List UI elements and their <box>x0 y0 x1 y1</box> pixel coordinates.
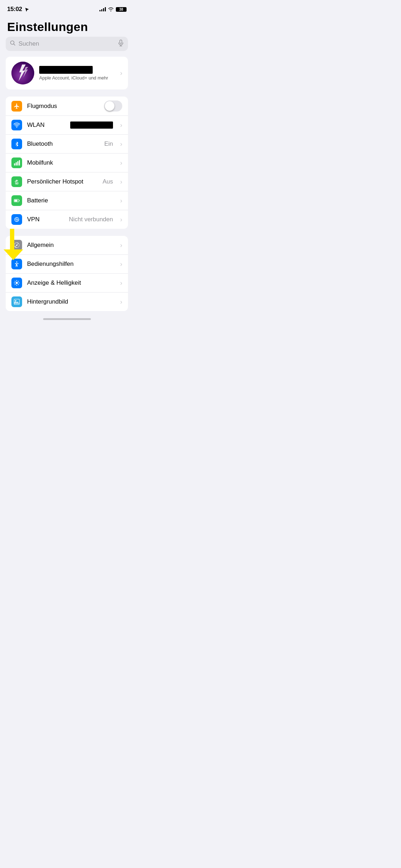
svg-rect-9 <box>17 161 19 166</box>
svg-rect-2 <box>120 40 122 43</box>
mobilfunk-row[interactable]: Mobilfunk › <box>6 153 128 172</box>
flugmodus-row[interactable]: Flugmodus <box>6 97 128 115</box>
status-bar: 15:02 38 <box>0 0 134 16</box>
avatar <box>11 62 34 84</box>
bluetooth-row[interactable]: Bluetooth Ein › <box>6 134 128 153</box>
svg-point-32 <box>15 300 16 301</box>
vpn-icon <box>11 214 22 225</box>
system-group: Allgemein › Bedienungshilfen › <box>6 236 128 311</box>
home-indicator <box>43 318 91 320</box>
search-icon <box>10 40 16 47</box>
vpn-label: VPN <box>27 216 64 223</box>
svg-rect-10 <box>19 160 20 166</box>
wifi-status-icon <box>108 7 114 11</box>
hotspot-icon <box>11 176 22 187</box>
profile-name-redacted <box>39 66 93 74</box>
svg-point-13 <box>16 180 17 181</box>
hotspot-row[interactable]: Persönlicher Hotspot Aus › <box>6 172 128 191</box>
search-bar[interactable]: Suchen <box>6 37 128 51</box>
flugmodus-toggle[interactable] <box>104 100 122 112</box>
wlan-label: WLAN <box>27 122 65 129</box>
search-placeholder: Suchen <box>19 40 115 47</box>
wlan-value-redacted <box>70 122 113 129</box>
status-icons: 38 <box>99 7 127 12</box>
anzeige-icon <box>11 278 22 288</box>
hotspot-label: Persönlicher Hotspot <box>27 178 98 185</box>
bluetooth-chevron-icon: › <box>120 140 122 148</box>
batterie-icon <box>11 195 22 206</box>
svg-line-30 <box>15 284 16 285</box>
anzeige-chevron-icon: › <box>120 279 122 287</box>
svg-point-22 <box>16 282 18 284</box>
connectivity-group: Flugmodus WLAN › Bluetooth Ein › <box>6 97 128 229</box>
wlan-icon <box>11 120 22 130</box>
batterie-label: Batterie <box>27 197 115 204</box>
bluetooth-label: Bluetooth <box>27 140 99 148</box>
svg-line-27 <box>15 281 16 282</box>
wlan-chevron-icon: › <box>120 122 122 129</box>
svg-point-21 <box>16 262 17 263</box>
anzeige-label: Anzeige & Helligkeit <box>27 279 115 286</box>
bluetooth-icon <box>11 139 22 149</box>
mobilfunk-chevron-icon: › <box>120 159 122 167</box>
hintergrundbild-chevron-icon: › <box>120 298 122 306</box>
vpn-chevron-icon: › <box>120 216 122 223</box>
svg-rect-8 <box>16 162 17 166</box>
hintergrundbild-icon <box>11 296 22 307</box>
allgemein-chevron-icon: › <box>120 242 122 249</box>
hotspot-value: Aus <box>103 178 113 185</box>
vpn-value: Nicht verbunden <box>69 216 113 223</box>
bedienungshilfen-chevron-icon: › <box>120 260 122 268</box>
bedienungshilfen-row[interactable]: Bedienungshilfen › <box>6 254 128 273</box>
mobilfunk-icon <box>11 157 22 168</box>
profile-row[interactable]: Apple Account, iCloud+ und mehr › <box>6 57 128 89</box>
svg-point-6 <box>16 126 17 128</box>
flugmodus-icon <box>11 101 22 112</box>
hintergrundbild-label: Hintergrundbild <box>27 298 115 305</box>
microphone-icon <box>118 40 124 48</box>
profile-chevron-icon: › <box>120 69 122 77</box>
svg-rect-12 <box>16 183 17 184</box>
hintergrundbild-row[interactable]: Hintergrundbild › <box>6 292 128 311</box>
svg-line-29 <box>18 281 19 282</box>
svg-line-1 <box>14 44 15 46</box>
batterie-row[interactable]: Batterie › <box>6 191 128 210</box>
profile-subtitle: Apple Account, iCloud+ und mehr <box>39 75 115 81</box>
mobilfunk-label: Mobilfunk <box>27 159 115 166</box>
profile-group: Apple Account, iCloud+ und mehr › <box>6 57 128 89</box>
svg-marker-19 <box>4 249 23 260</box>
svg-line-28 <box>18 284 19 285</box>
battery-status-icon: 38 <box>116 7 127 12</box>
hotspot-chevron-icon: › <box>120 178 122 186</box>
profile-info: Apple Account, iCloud+ und mehr <box>39 66 115 81</box>
signal-bars-icon <box>99 7 106 11</box>
svg-rect-7 <box>14 164 15 166</box>
svg-rect-16 <box>15 200 17 201</box>
bluetooth-value: Ein <box>104 140 113 148</box>
wlan-row[interactable]: WLAN › <box>6 115 128 134</box>
page-title: Einstellungen <box>0 16 134 37</box>
svg-rect-15 <box>19 200 20 201</box>
avatar-lightning-icon <box>11 62 34 84</box>
svg-rect-18 <box>10 229 14 250</box>
allgemein-row[interactable]: Allgemein › <box>6 236 128 254</box>
location-arrow-icon <box>25 7 29 12</box>
vpn-row[interactable]: VPN Nicht verbunden › <box>6 210 128 229</box>
yellow-arrow-annotation <box>4 229 23 261</box>
anzeige-row[interactable]: Anzeige & Helligkeit › <box>6 273 128 292</box>
batterie-chevron-icon: › <box>120 197 122 205</box>
bedienungshilfen-label: Bedienungshilfen <box>27 260 115 268</box>
allgemein-label: Allgemein <box>27 242 115 249</box>
toggle-thumb <box>105 101 114 111</box>
flugmodus-label: Flugmodus <box>27 103 99 110</box>
status-left: 15:02 <box>7 6 29 13</box>
status-time: 15:02 <box>7 6 22 12</box>
